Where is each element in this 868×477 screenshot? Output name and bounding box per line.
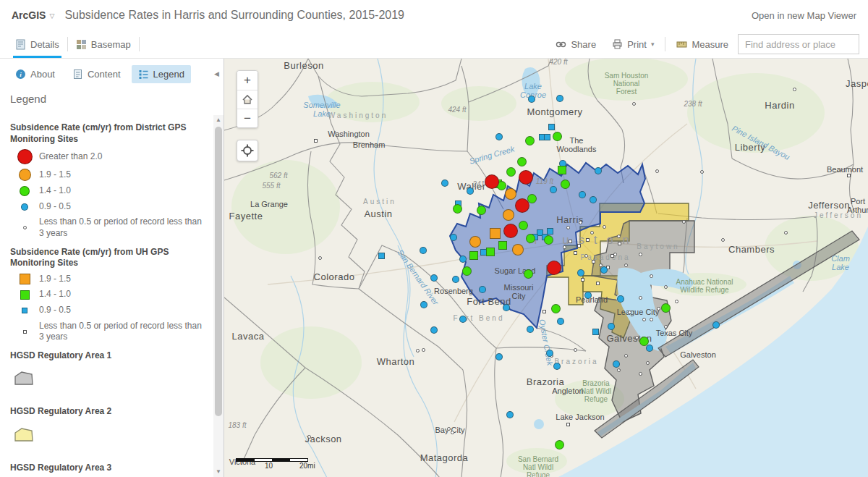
- zoom-in-button[interactable]: +: [237, 71, 258, 90]
- blue-marker[interactable]: [420, 301, 427, 308]
- tiny-marker[interactable]: [451, 431, 454, 434]
- tiny-square-marker[interactable]: [586, 238, 590, 242]
- orange-marker[interactable]: [505, 188, 516, 200]
- tiny-square-marker[interactable]: [618, 242, 621, 245]
- zoom-out-button[interactable]: −: [237, 109, 258, 127]
- tiny-marker[interactable]: [664, 285, 668, 289]
- tiny-marker[interactable]: [646, 361, 650, 365]
- tiny-square-marker[interactable]: [566, 423, 570, 426]
- tiny-marker[interactable]: [650, 318, 653, 321]
- sidebar-scrollbar[interactable]: ▲ ▼: [213, 115, 224, 477]
- blue-marker[interactable]: [495, 353, 503, 360]
- blue-marker[interactable]: [579, 191, 586, 198]
- tiny-marker[interactable]: [624, 354, 628, 358]
- tiny-marker[interactable]: [584, 254, 588, 258]
- blue-marker[interactable]: [613, 360, 620, 368]
- tiny-marker[interactable]: [642, 318, 646, 321]
- blue-marker[interactable]: [495, 133, 503, 140]
- blue-marker[interactable]: [557, 318, 564, 325]
- basemap-button[interactable]: Basemap: [69, 30, 137, 58]
- blue-marker[interactable]: [459, 256, 467, 263]
- tiny-marker[interactable]: [628, 311, 631, 314]
- tiny-marker[interactable]: [617, 235, 621, 238]
- map-canvas[interactable]: BurlesonMontgomeryWallerAustinFayetteHar…: [224, 59, 868, 477]
- tiny-marker[interactable]: [639, 296, 642, 300]
- red-marker[interactable]: [519, 170, 533, 185]
- blue-marker[interactable]: [577, 269, 584, 277]
- tiny-marker[interactable]: [632, 102, 636, 106]
- tiny-marker[interactable]: [657, 307, 660, 311]
- blue-marker[interactable]: [430, 326, 438, 334]
- tiny-marker[interactable]: [700, 170, 704, 174]
- green-marker[interactable]: [524, 269, 533, 279]
- tiny-marker[interactable]: [617, 368, 621, 372]
- green-square-marker[interactable]: [498, 241, 507, 250]
- orange-marker[interactable]: [512, 244, 524, 256]
- tiny-square-marker[interactable]: [596, 282, 600, 285]
- tiny-square-marker[interactable]: [569, 240, 572, 243]
- blue-square-marker[interactable]: [544, 134, 550, 140]
- tab-legend[interactable]: Legend: [132, 65, 191, 83]
- green-marker[interactable]: [661, 303, 671, 313]
- green-marker[interactable]: [477, 206, 486, 215]
- blue-marker[interactable]: [608, 323, 615, 330]
- search-input[interactable]: [738, 34, 859, 54]
- tiny-marker[interactable]: [635, 336, 639, 339]
- blue-square-marker[interactable]: [378, 253, 385, 259]
- tiny-marker[interactable]: [639, 253, 642, 256]
- tiny-marker[interactable]: [603, 225, 606, 229]
- tiny-marker[interactable]: [566, 226, 570, 229]
- tiny-square-marker[interactable]: [314, 139, 318, 143]
- tiny-marker[interactable]: [318, 256, 322, 260]
- blue-marker[interactable]: [452, 276, 459, 283]
- tiny-square-marker[interactable]: [581, 278, 584, 282]
- green-marker[interactable]: [544, 235, 553, 245]
- red-marker[interactable]: [547, 261, 561, 275]
- blue-square-marker[interactable]: [592, 329, 599, 335]
- open-in-map-viewer-link[interactable]: Open in new Map Viewer: [752, 10, 856, 21]
- green-marker[interactable]: [551, 304, 561, 313]
- brand-caret-icon[interactable]: ▽: [49, 12, 54, 20]
- green-marker[interactable]: [453, 204, 462, 214]
- share-button[interactable]: Share: [549, 30, 603, 58]
- green-marker[interactable]: [526, 234, 535, 243]
- green-square-marker[interactable]: [486, 248, 495, 256]
- green-marker[interactable]: [561, 180, 570, 189]
- tiny-square-marker[interactable]: [577, 244, 581, 248]
- scroll-up-icon[interactable]: ▲: [213, 115, 224, 125]
- tiny-marker[interactable]: [793, 88, 796, 91]
- blue-marker[interactable]: [712, 321, 720, 329]
- blue-marker[interactable]: [584, 292, 592, 299]
- blue-marker[interactable]: [467, 187, 474, 195]
- blue-marker[interactable]: [553, 363, 561, 370]
- blue-marker[interactable]: [506, 411, 514, 418]
- tiny-marker[interactable]: [721, 238, 725, 242]
- blue-marker[interactable]: [527, 326, 534, 333]
- tiny-marker[interactable]: [307, 435, 311, 439]
- blue-square-marker[interactable]: [548, 124, 555, 130]
- tiny-marker[interactable]: [624, 263, 628, 267]
- tiny-square-marker[interactable]: [592, 260, 595, 263]
- scroll-down-icon[interactable]: ▼: [213, 467, 224, 477]
- blue-square-marker[interactable]: [547, 228, 553, 235]
- green-square-marker[interactable]: [469, 251, 478, 260]
- green-marker[interactable]: [519, 221, 528, 230]
- red-marker[interactable]: [515, 198, 529, 213]
- tiny-marker[interactable]: [447, 427, 451, 431]
- green-marker[interactable]: [462, 266, 472, 276]
- tiny-marker[interactable]: [422, 348, 425, 352]
- tiny-marker[interactable]: [682, 220, 686, 224]
- green-marker[interactable]: [506, 167, 516, 177]
- blue-marker[interactable]: [556, 95, 563, 102]
- blue-marker[interactable]: [646, 345, 653, 352]
- tiny-marker[interactable]: [650, 274, 653, 278]
- blue-marker[interactable]: [546, 350, 553, 357]
- scrollbar-thumb[interactable]: [215, 127, 222, 416]
- details-button[interactable]: Details: [9, 30, 66, 58]
- tiny-square-marker[interactable]: [610, 254, 614, 258]
- tiny-marker[interactable]: [784, 231, 788, 235]
- locate-button[interactable]: [237, 140, 258, 161]
- blue-marker[interactable]: [430, 274, 438, 282]
- blue-marker[interactable]: [550, 186, 557, 193]
- green-marker[interactable]: [639, 337, 649, 346]
